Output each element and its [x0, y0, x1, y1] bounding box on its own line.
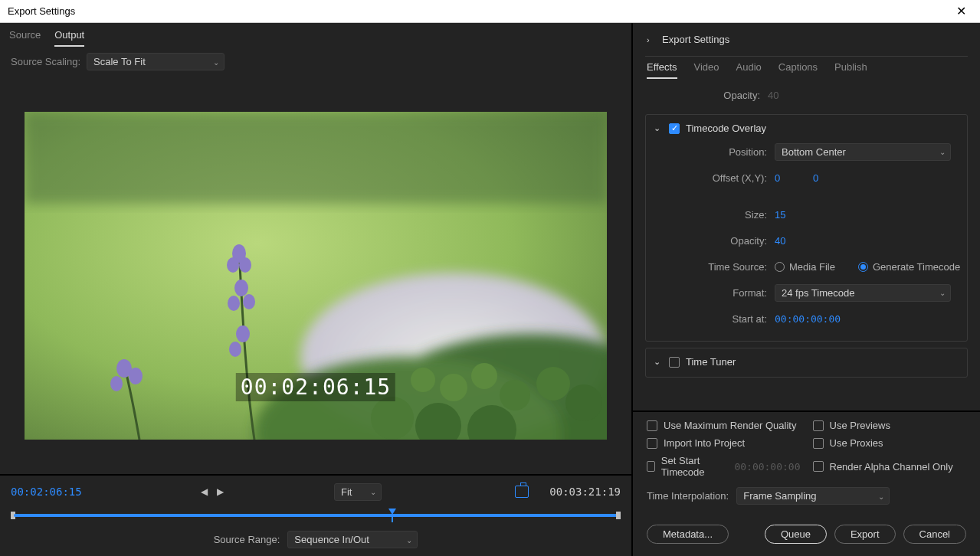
tab-video[interactable]: Video [694, 61, 719, 79]
opt-use-proxies[interactable]: Use Proxies [813, 437, 967, 449]
opt-import-project[interactable]: Import Into Project [647, 437, 801, 449]
metadata-button[interactable]: Metadata... [647, 525, 729, 544]
tab-audio[interactable]: Audio [736, 61, 762, 79]
chevron-down-icon: ⌄ [654, 357, 663, 367]
start-at-label: Start at: [652, 313, 775, 325]
offset-y[interactable]: 0 [813, 172, 818, 184]
export-settings-header[interactable]: › Export Settings [633, 23, 980, 56]
tab-source[interactable]: Source [9, 29, 41, 47]
zoom-dropdown[interactable]: Fit ⌄ [334, 483, 382, 501]
timecode-overlay-panel: ⌄ ✓ Timecode Overlay Position: Bottom Ce… [645, 114, 968, 342]
svg-point-20 [236, 325, 250, 342]
window-title: Export Settings [8, 5, 949, 17]
tc-opacity-value[interactable]: 40 [775, 235, 785, 247]
slider-track[interactable] [14, 514, 618, 517]
time-tuner-checkbox[interactable] [669, 357, 680, 368]
title-bar: Export Settings ✕ [0, 0, 980, 23]
timecode-overlay-checkbox[interactable]: ✓ [669, 123, 680, 134]
svg-point-5 [411, 368, 435, 392]
source-range-dropdown[interactable]: Sequence In/Out ⌄ [287, 531, 418, 548]
close-icon[interactable]: ✕ [949, 4, 972, 18]
opacity-value: 40 [768, 90, 778, 101]
zoom-value: Fit [341, 486, 352, 498]
svg-point-19 [243, 294, 255, 309]
format-dropdown[interactable]: 24 fps Timecode ⌄ [775, 284, 951, 302]
time-interpolation-dropdown[interactable]: Frame Sampling ⌄ [736, 487, 890, 505]
generate-timecode-label: Generate Timecode [873, 261, 960, 273]
safe-margins-icon[interactable] [515, 486, 529, 498]
timecode-overlay-title: Timecode Overlay [686, 123, 766, 134]
svg-point-21 [229, 342, 241, 357]
tab-publish[interactable]: Publish [834, 61, 867, 79]
preview-area: 00:02:06:15 [0, 77, 631, 474]
export-options: Use Maximum Render Quality Use Previews … [633, 410, 980, 512]
step-forward-icon[interactable]: ▶ [217, 486, 224, 497]
svg-point-17 [234, 280, 248, 296]
time-tuner-title: Time Tuner [686, 356, 736, 368]
time-interpolation-value: Frame Sampling [743, 490, 816, 502]
tab-captions[interactable]: Captions [778, 61, 818, 79]
chevron-down-icon: ⌄ [370, 488, 376, 496]
format-value: 24 fps Timecode [782, 287, 854, 299]
source-scaling-dropdown[interactable]: Scale To Fit ⌄ [87, 53, 225, 70]
opt-set-start-timecode[interactable]: Set Start Timecode00:00:00:00 [647, 455, 801, 478]
svg-point-6 [440, 374, 467, 401]
start-at-value[interactable]: 00:00:00:00 [775, 313, 841, 325]
chevron-down-icon: ⌄ [939, 148, 946, 156]
timeline-slider[interactable] [11, 506, 621, 525]
svg-point-24 [110, 376, 123, 391]
time-source-label: Time Source: [652, 261, 775, 273]
preview-tabs: Source Output [0, 23, 631, 47]
left-panel: Source Output Source Scaling: Scale To F… [0, 23, 633, 556]
svg-point-23 [129, 368, 143, 384]
queue-button[interactable]: Queue [765, 525, 827, 544]
time-tuner-toggle[interactable]: ⌄ Time Tuner [652, 355, 961, 372]
svg-point-8 [500, 380, 530, 410]
svg-point-7 [471, 363, 497, 389]
time-tuner-panel: ⌄ Time Tuner [645, 348, 968, 378]
main-content: Source Output Source Scaling: Scale To F… [0, 23, 980, 556]
chevron-down-icon: ⌄ [878, 492, 884, 500]
step-back-icon[interactable]: ◀ [201, 486, 208, 497]
size-label: Size: [652, 209, 775, 221]
radio-generate-timecode[interactable] [858, 262, 868, 272]
opt-max-render-quality[interactable]: Use Maximum Render Quality [647, 420, 801, 431]
position-value: Bottom Center [782, 146, 846, 158]
chevron-down-icon: ⌄ [213, 57, 219, 66]
chevron-down-icon: ⌄ [939, 289, 946, 297]
svg-point-18 [228, 296, 240, 311]
chevron-right-icon: › [647, 35, 656, 44]
export-button[interactable]: Export [834, 525, 896, 544]
video-preview[interactable]: 00:02:06:15 [25, 112, 607, 440]
cancel-button[interactable]: Cancel [903, 525, 966, 544]
position-dropdown[interactable]: Bottom Center ⌄ [775, 143, 951, 161]
tab-effects[interactable]: Effects [647, 61, 677, 79]
timecode-overlay-toggle[interactable]: ⌄ ✓ Timecode Overlay [652, 121, 961, 139]
time-interpolation-label: Time Interpolation: [647, 490, 729, 502]
playhead[interactable] [388, 509, 396, 522]
radio-media-file[interactable] [775, 262, 785, 272]
tab-output[interactable]: Output [54, 29, 84, 47]
out-point-handle[interactable] [616, 512, 621, 519]
chevron-down-icon: ⌄ [406, 535, 412, 544]
opt-render-alpha[interactable]: Render Alpha Channel Only [813, 455, 967, 478]
svg-rect-1 [25, 112, 607, 204]
offset-x[interactable]: 0 [775, 172, 813, 184]
opt-use-previews[interactable]: Use Previews [813, 420, 967, 431]
size-value[interactable]: 15 [775, 209, 785, 221]
svg-point-11 [371, 397, 414, 440]
timecode-overlay-text: 00:02:06:15 [236, 373, 395, 401]
svg-point-10 [565, 384, 602, 421]
chevron-down-icon: ⌄ [654, 123, 663, 133]
opacity-label: Opacity: [645, 90, 768, 101]
tc-opacity-label: Opacity: [652, 235, 775, 247]
timeline-panel: 00:02:06:15 ◀ ▶ Fit ⌄ 00:03:21:19 [0, 474, 631, 556]
svg-point-9 [536, 367, 570, 401]
source-scaling-label: Source Scaling: [11, 56, 80, 67]
svg-point-15 [227, 257, 239, 273]
offset-label: Offset (X,Y): [652, 172, 775, 184]
format-label: Format: [652, 287, 775, 299]
effects-scroll[interactable]: Opacity: 40 ⌄ ✓ Timecode Overlay Positio… [633, 79, 980, 410]
current-timecode[interactable]: 00:02:06:15 [11, 486, 201, 498]
end-timecode: 00:03:21:19 [529, 486, 621, 498]
